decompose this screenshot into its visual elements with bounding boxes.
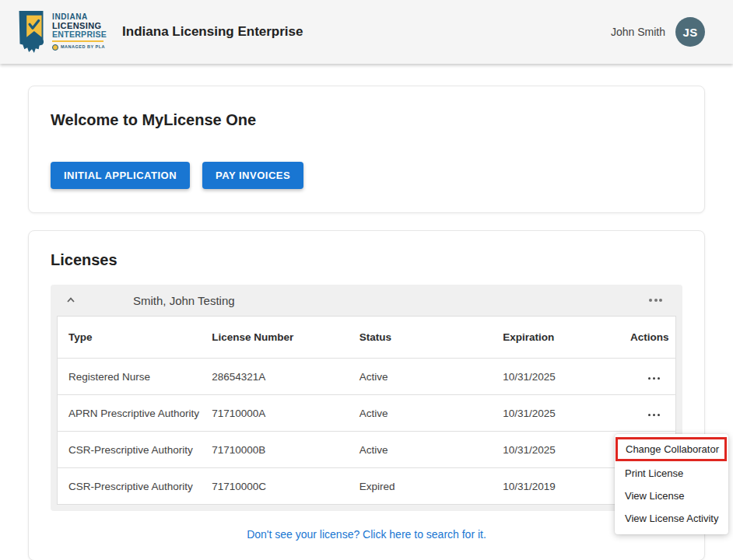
cell-status: Active [359, 359, 503, 395]
column-header-status: Status [359, 317, 503, 359]
logo-line-enterprise: ENTERPRISE [52, 30, 107, 39]
cell-expiration: 10/31/2025 [503, 359, 630, 395]
menu-item-print-license[interactable]: Print License [615, 462, 728, 485]
group-more-options-icon[interactable] [647, 296, 664, 305]
cell-license-number: 71710000C [212, 468, 359, 505]
row-more-options-icon[interactable] [647, 411, 662, 420]
cell-license-number: 71710000B [212, 432, 359, 468]
column-header-license-number: License Number [212, 317, 359, 359]
cell-status: Active [359, 395, 503, 432]
pay-invoices-button[interactable]: PAY INVOICES [202, 162, 303, 189]
licenses-table: Type License Number Status Expiration Ac… [57, 316, 676, 505]
cell-type: Registered Nurse [58, 359, 212, 395]
menu-item-view-license[interactable]: View License [615, 485, 728, 507]
cell-type: APRN Prescriptive Authority [58, 395, 212, 432]
cell-expiration: 10/31/2025 [503, 395, 630, 432]
group-name: Smith, John Testing [133, 294, 235, 307]
cell-status: Active [359, 432, 503, 468]
logo-tagline-text: MANAGED BY PLA [61, 45, 105, 50]
collapse-group-button[interactable] [65, 294, 77, 306]
pla-emblem-icon [52, 44, 58, 51]
row-actions-context-menu: Change Collaborator Print License View L… [615, 434, 728, 534]
cell-license-number: 28654321A [212, 359, 359, 395]
menu-item-view-license-activity[interactable]: View License Activity [615, 507, 728, 530]
page-title: Indiana Licensing Enterprise [122, 24, 303, 40]
table-row: CSR-Prescriptive Authority 71710000B Act… [58, 432, 676, 468]
user-avatar[interactable]: JS [675, 17, 705, 47]
table-row: Registered Nurse 28654321A Active 10/31/… [58, 359, 676, 395]
license-group-header: Smith, John Testing [51, 285, 682, 316]
cell-expiration: 10/31/2025 [503, 432, 630, 468]
menu-item-change-collaborator[interactable]: Change Collaborator [616, 437, 727, 461]
logo-tagline: MANAGED BY PLA [52, 44, 107, 51]
cell-type: CSR-Prescriptive Authority [58, 432, 212, 468]
welcome-actions: INITIAL APPLICATION PAY INVOICES [51, 162, 682, 189]
cell-license-number: 71710000A [212, 395, 359, 432]
licenses-table-wrapper: Type License Number Status Expiration Ac… [57, 316, 676, 505]
license-search-link[interactable]: Don't see your license? Click here to se… [247, 528, 486, 541]
app-logo: INDIANA LICENSING ENTERPRISE MANAGED BY … [14, 9, 107, 54]
app-header: INDIANA LICENSING ENTERPRISE MANAGED BY … [0, 0, 733, 64]
table-header-row: Type License Number Status Expiration Ac… [58, 317, 676, 359]
user-name: John Smith [611, 26, 665, 38]
initial-application-button[interactable]: INITIAL APPLICATION [51, 162, 190, 189]
table-row: APRN Prescriptive Authority 71710000A Ac… [58, 395, 676, 432]
license-group: Smith, John Testing Type License Number … [51, 285, 682, 511]
search-link-row: Don't see your license? Click here to se… [51, 511, 682, 551]
logo-gold-rule [52, 40, 103, 42]
row-more-options-icon[interactable] [647, 374, 662, 383]
welcome-title: Welcome to MyLicense One [51, 111, 682, 129]
logo-wordmark: INDIANA LICENSING ENTERPRISE MANAGED BY … [52, 13, 107, 50]
indiana-state-icon [14, 9, 48, 54]
column-header-expiration: Expiration [503, 317, 630, 359]
column-header-type: Type [58, 317, 212, 359]
cell-type: CSR-Prescriptive Authority [58, 468, 212, 505]
licenses-title: Licenses [51, 251, 682, 269]
welcome-card: Welcome to MyLicense One INITIAL APPLICA… [28, 86, 705, 213]
chevron-up-icon [65, 294, 77, 306]
table-row: CSR-Prescriptive Authority 71710000C Exp… [58, 468, 676, 505]
licenses-card: Licenses Smith, John Testing Type [28, 230, 705, 560]
cell-expiration: 10/31/2019 [503, 468, 630, 505]
column-header-actions: Actions [630, 317, 675, 359]
cell-status: Expired [359, 468, 503, 505]
